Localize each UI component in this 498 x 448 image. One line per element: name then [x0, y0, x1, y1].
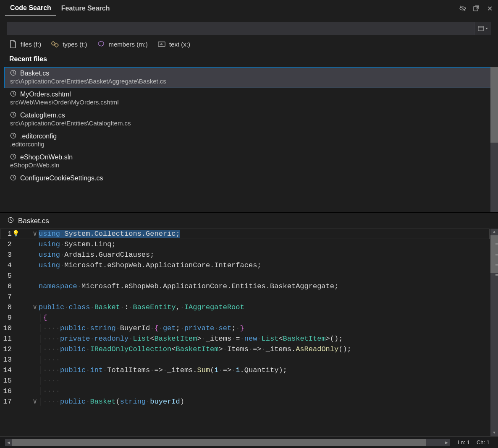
- members-icon: [97, 40, 105, 48]
- fold-toggle[interactable]: ∨: [32, 396, 38, 407]
- file-icon: [9, 40, 17, 48]
- line-number: 13: [0, 354, 12, 365]
- text-icon: ab: [158, 40, 165, 48]
- types-icon: [51, 40, 59, 48]
- code-line[interactable]: 10│····public·string·BuyerId·{·get;·priv…: [0, 323, 498, 333]
- tab-feature-search[interactable]: Feature Search: [56, 1, 115, 16]
- result-item[interactable]: ConfigureCookieSettings.cs: [3, 172, 495, 185]
- line-number: 8: [0, 302, 12, 313]
- code-line[interactable]: 13│····: [0, 354, 498, 365]
- svg-text:ab: ab: [160, 43, 163, 46]
- filter-files[interactable]: files (f:): [9, 40, 41, 48]
- layout-split-button[interactable]: [474, 22, 491, 35]
- result-item[interactable]: eShopOnWeb.slneShopOnWeb.sln: [3, 151, 495, 172]
- chevron-down-icon: [485, 28, 488, 29]
- code-scrollbar-vertical[interactable]: ▲ ▼: [490, 229, 498, 436]
- result-name: CatalogItem.cs: [20, 112, 65, 119]
- line-number: 9: [0, 313, 12, 323]
- filter-types[interactable]: types (t:): [51, 40, 87, 48]
- code-line[interactable]: 6namespace·Microsoft.eShopWeb.Applicatio…: [0, 281, 498, 292]
- fold-toggle[interactable]: ∨: [32, 229, 38, 239]
- code-line[interactable]: 8∨public·class·Basket·:·BaseEntity,·IAgg…: [0, 302, 498, 313]
- result-path: src\ApplicationCore\Entities\CatalogItem…: [10, 120, 490, 127]
- line-number: 17: [0, 396, 12, 407]
- line-number: 11: [0, 333, 12, 344]
- results-list[interactable]: Basket.cssrc\ApplicationCore\Entities\Ba…: [0, 67, 498, 212]
- code-editor[interactable]: 1💡∨using·System.Collections.Generic;2usi…: [0, 229, 498, 436]
- result-name: .editorconfig: [20, 133, 57, 140]
- code-line[interactable]: 15│····: [0, 375, 498, 386]
- line-number: 2: [0, 239, 12, 250]
- code-line[interactable]: 4using·Microsoft.eShopWeb.ApplicationCor…: [0, 260, 498, 271]
- clock-icon: [8, 217, 14, 225]
- results-scrollbar[interactable]: [490, 67, 498, 212]
- code-line[interactable]: 2using·System.Linq;: [0, 239, 498, 250]
- line-number: 12: [0, 344, 12, 354]
- filter-types-label: types (t:): [63, 41, 87, 48]
- status-char[interactable]: Ch: 1: [473, 439, 493, 445]
- statusbar: ◀▶ Ln: 1 Ch: 1: [0, 436, 498, 448]
- lightbulb-icon[interactable]: 💡: [12, 229, 19, 239]
- result-item[interactable]: CatalogItem.cssrc\ApplicationCore\Entiti…: [3, 109, 495, 130]
- result-path: src\Web\Views\Order\MyOrders.cshtml: [10, 99, 490, 106]
- result-name: eShopOnWeb.sln: [20, 154, 73, 161]
- line-number: 3: [0, 250, 12, 260]
- line-number: 15: [0, 375, 12, 386]
- result-item[interactable]: Basket.cssrc\ApplicationCore\Entities\Ba…: [4, 67, 494, 88]
- code-line[interactable]: 3using·Ardalis.GuardClauses;: [0, 250, 498, 260]
- tab-code-search[interactable]: Code Search: [5, 1, 56, 16]
- code-line[interactable]: 9│{: [0, 313, 498, 323]
- code-line[interactable]: 17∨│····public·Basket(string·buyerId): [0, 396, 498, 407]
- clock-icon: [10, 112, 16, 119]
- filter-text-label: text (x:): [169, 41, 190, 48]
- line-number: 10: [0, 323, 12, 333]
- search-input[interactable]: [7, 22, 474, 35]
- result-path: eShopOnWeb.sln: [10, 161, 490, 169]
- recent-files-header: Recent files: [0, 53, 498, 67]
- line-number: 1: [0, 229, 12, 239]
- result-path: src\ApplicationCore\Entities\BasketAggre…: [10, 78, 490, 85]
- result-name: Basket.cs: [20, 70, 49, 77]
- result-name: MyOrders.cshtml: [20, 91, 71, 98]
- filter-row: files (f:) types (t:) members (m:) ab te…: [0, 37, 498, 53]
- svg-rect-3: [478, 26, 483, 31]
- search-row: [7, 22, 491, 35]
- result-path: .editorconfig: [10, 141, 490, 148]
- code-line[interactable]: 5: [0, 271, 498, 281]
- close-icon[interactable]: ✕: [485, 3, 495, 13]
- code-line[interactable]: 12│····public·IReadOnlyCollection<Basket…: [0, 344, 498, 354]
- clock-icon: [10, 175, 16, 182]
- filter-text[interactable]: ab text (x:): [158, 40, 190, 48]
- code-line[interactable]: 7: [0, 292, 498, 302]
- code-line[interactable]: 16│····: [0, 386, 498, 396]
- fold-toggle[interactable]: ∨: [32, 302, 38, 313]
- filter-members[interactable]: members (m:): [97, 40, 148, 48]
- line-number: 5: [0, 271, 12, 281]
- clock-icon: [10, 91, 16, 98]
- line-number: 6: [0, 281, 12, 292]
- result-item[interactable]: MyOrders.cshtmlsrc\Web\Views\Order\MyOrd…: [3, 88, 495, 109]
- code-line[interactable]: 1💡∨using·System.Collections.Generic;: [0, 229, 498, 239]
- line-number: 14: [0, 365, 12, 375]
- clock-icon: [10, 154, 16, 161]
- result-name: ConfigureCookieSettings.cs: [20, 175, 103, 182]
- line-number: 16: [0, 386, 12, 396]
- status-line[interactable]: Ln: 1: [454, 439, 473, 445]
- code-line[interactable]: 14│····public·int·TotalItems·=>·_items.S…: [0, 365, 498, 375]
- line-number: 7: [0, 292, 12, 302]
- code-scrollbar-horizontal[interactable]: ◀▶: [5, 439, 450, 446]
- line-number: 4: [0, 260, 12, 271]
- svg-line-2: [476, 6, 479, 8]
- clock-icon: [10, 70, 16, 77]
- titlebar: Code Search Feature Search ✕: [0, 0, 498, 17]
- pop-out-icon[interactable]: [471, 3, 481, 13]
- clock-icon: [10, 133, 16, 140]
- filter-members-label: members (m:): [109, 41, 148, 48]
- preview-toggle-icon[interactable]: [458, 3, 468, 13]
- preview-header: Basket.cs: [0, 212, 498, 229]
- preview-filename: Basket.cs: [18, 217, 49, 225]
- code-line[interactable]: 11│····private·readonly·List<BasketItem>…: [0, 333, 498, 344]
- result-item[interactable]: .editorconfig.editorconfig: [3, 130, 495, 151]
- filter-files-label: files (f:): [21, 41, 41, 48]
